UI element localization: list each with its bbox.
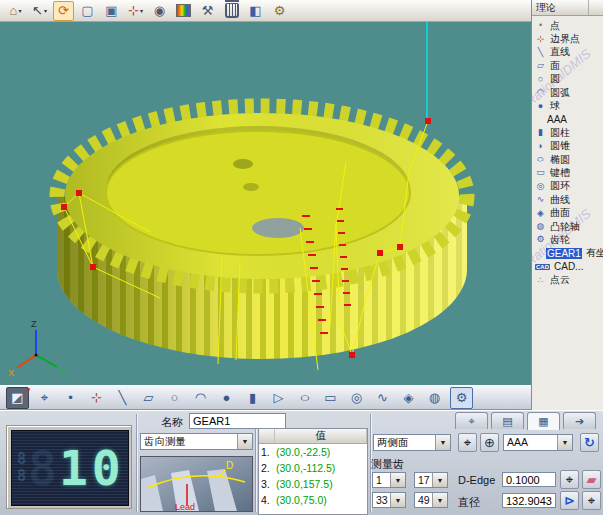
gear-edit-button[interactable]: ⚙	[269, 1, 290, 21]
zoom-region-button[interactable]: ▢	[77, 1, 98, 21]
probe-point-icon: ⌖	[566, 472, 573, 488]
pick-model-button[interactable]: ◧	[245, 1, 266, 21]
tree-item-point[interactable]: • 点	[532, 19, 603, 32]
probe-button[interactable]: ⌖	[34, 388, 55, 408]
rotate-view-button[interactable]: ⟳	[53, 1, 74, 21]
tree-header-col2	[589, 0, 603, 15]
tree-item-camshaft[interactable]: ◍ 凸轮轴	[532, 220, 603, 233]
arc-feature-button[interactable]: ◠	[190, 388, 211, 408]
slot-feature-button[interactable]: ▭	[320, 388, 341, 408]
tree-item-gear1[interactable]: GEAR1 有坐	[532, 247, 603, 260]
dedge-erase-button[interactable]: ▰	[582, 470, 601, 489]
sphere-feature-button[interactable]: ●	[216, 388, 237, 408]
name-label: 名称	[161, 415, 183, 430]
home-button[interactable]: ⌂ ▾	[5, 1, 26, 21]
tree-item-arc[interactable]: ◠ 圆弧	[532, 86, 603, 99]
pointer-button[interactable]: ↖ ▾	[29, 1, 50, 21]
tooth-from-1-select[interactable]: 1 ▼	[372, 472, 406, 488]
home-icon: ⌂	[10, 3, 18, 18]
coordinate-system-button[interactable]: ⊹ ▾	[125, 1, 146, 21]
run-icon: ⊳	[564, 493, 575, 508]
value-row[interactable]: 3. (30.0,157.5)	[259, 476, 367, 492]
tree-item-boundary-point[interactable]: ⊹ 边界点	[532, 32, 603, 45]
probe-icon: ⌖	[41, 390, 48, 406]
measure-teeth-label: 测量齿	[371, 457, 404, 472]
diameter-run-button[interactable]: ⊳	[560, 491, 579, 510]
feature-name-input[interactable]	[189, 413, 286, 429]
cmm-application-window: ⌂ ▾ ↖ ▾ ⟳ ▢ ▣ ⊹ ▾ ◉ ⚒	[0, 0, 603, 515]
snapshot-button[interactable]: ▣	[101, 1, 122, 21]
trash-icon	[225, 3, 239, 18]
measured-values-list: 值 1. (30.0,-22.5) 2. (30.0,-112.5) 3. (3…	[258, 428, 368, 515]
3d-viewport[interactable]: Z X Y	[0, 22, 531, 385]
tree-header[interactable]: 理论	[532, 0, 603, 16]
probe-tab[interactable]: ⌖	[455, 412, 488, 429]
dropdown-arrow-icon: ▼	[432, 473, 447, 487]
tooth-to-1-select[interactable]: 17 ▼	[414, 472, 448, 488]
datum-select[interactable]: AAA ▼	[503, 434, 573, 451]
measure-mode-select[interactable]: 齿向测量 ▼	[140, 433, 253, 450]
tree-item-gear[interactable]: ⚙ 齿轮	[532, 233, 603, 246]
diameter-label: 直径	[458, 495, 480, 510]
gear1-status: 有坐	[586, 247, 603, 260]
feature-toolbar: ◩ ↗ ⌖ • ⊹ ╲ ▱ ○ ◠ ● ▮ ▷ ○ ▭ ◎ ∿ ◈ ◍ ⚙	[0, 385, 531, 410]
plane-feature-button[interactable]: ▱	[138, 388, 159, 408]
visibility-button[interactable]: ◉	[149, 1, 170, 21]
tree-item-ellipse[interactable]: ○ 椭圆	[532, 153, 603, 166]
program-tab[interactable]: ▤	[491, 412, 524, 429]
camshaft-feature-button[interactable]: ◍	[424, 388, 445, 408]
cone-feature-button[interactable]: ▷	[268, 388, 289, 408]
value-row[interactable]: 1. (30.0,-22.5)	[259, 444, 367, 460]
cylinder-feature-button[interactable]: ▮	[242, 388, 263, 408]
ellipse-feature-button[interactable]: ○	[294, 388, 315, 408]
value-row[interactable]: 4. (30.0,75.0)	[259, 492, 367, 508]
circle-feature-button[interactable]: ○	[164, 388, 185, 408]
torus-feature-button[interactable]: ◎	[346, 388, 367, 408]
main-toolbar: ⌂ ▾ ↖ ▾ ⟳ ▢ ▣ ⊹ ▾ ◉ ⚒	[0, 0, 531, 22]
flank-select[interactable]: 两侧面 ▼	[373, 434, 451, 451]
refresh-button[interactable]: ↻	[580, 433, 599, 452]
add-probe-icon: ⊕	[484, 435, 495, 450]
tree-item-cylinder[interactable]: ▮ 圆柱	[532, 126, 603, 139]
surface-feature-button[interactable]: ◈	[398, 388, 419, 408]
tools-button[interactable]: ⚒	[197, 1, 218, 21]
line-feature-button[interactable]: ╲	[112, 388, 133, 408]
diameter-pick-button[interactable]: ⌖	[582, 491, 601, 510]
point-feature-button[interactable]: •	[60, 388, 81, 408]
tooth-from-2-select[interactable]: 33 ▼	[372, 492, 406, 508]
probe-add-button[interactable]: ⊕	[480, 433, 499, 452]
chevron-down-icon: ▾	[18, 7, 21, 14]
tree-item-cad[interactable]: CAD CAD...	[532, 260, 603, 273]
tree-item-sphere[interactable]: ● 球	[532, 99, 603, 112]
value-row[interactable]: 2. (30.0,-112.5)	[259, 460, 367, 476]
worksheet-tab[interactable]: ▦	[527, 412, 560, 430]
tree-item-slot[interactable]: ▭ 键槽	[532, 166, 603, 179]
color-settings-button[interactable]	[173, 1, 194, 21]
probe-config-button[interactable]: ⌖	[458, 433, 477, 452]
delete-button[interactable]	[221, 1, 242, 21]
gear-feature-button[interactable]: ⚙	[450, 387, 473, 409]
diameter-input[interactable]	[502, 493, 556, 508]
tree-item-aaa[interactable]: AAA	[532, 113, 603, 126]
tree-header-theory[interactable]: 理论	[532, 0, 589, 15]
tree-item-torus[interactable]: ◎ 圆环	[532, 180, 603, 193]
report-tab[interactable]: ➔	[563, 412, 596, 429]
view-mode-button[interactable]: ◩ ↗	[6, 387, 29, 409]
value-list-header[interactable]: 值	[259, 429, 367, 444]
tree-item-line[interactable]: ╲ 直线	[532, 46, 603, 59]
tree-item-point-cloud[interactable]: ∴ 点云	[532, 273, 603, 286]
dedge-input[interactable]	[502, 472, 556, 487]
dropdown-arrow-icon: ▼	[557, 435, 572, 450]
tree-item-surface[interactable]: ◈ 曲面	[532, 206, 603, 219]
dedge-pick-button[interactable]: ⌖	[560, 470, 579, 489]
curve-feature-button[interactable]: ∿	[372, 388, 393, 408]
feature-tree: • 点 ⊹ 边界点 ╲ 直线 ▱ 面 ○ 圆 ◠ 圆弧 ● 球 AAA	[532, 16, 603, 287]
tooth-to-2-select[interactable]: 49 ▼	[414, 492, 448, 508]
tree-item-curve[interactable]: ∿ 曲线	[532, 193, 603, 206]
coordinate-feature-button[interactable]: ⊹	[86, 388, 107, 408]
tree-item-circle[interactable]: ○ 圆	[532, 73, 603, 86]
tree-item-plane[interactable]: ▱ 面	[532, 59, 603, 72]
d-label: D	[226, 460, 233, 471]
tree-item-cone[interactable]: ◗ 圆锥	[532, 140, 603, 153]
color-palette-icon	[176, 4, 191, 17]
